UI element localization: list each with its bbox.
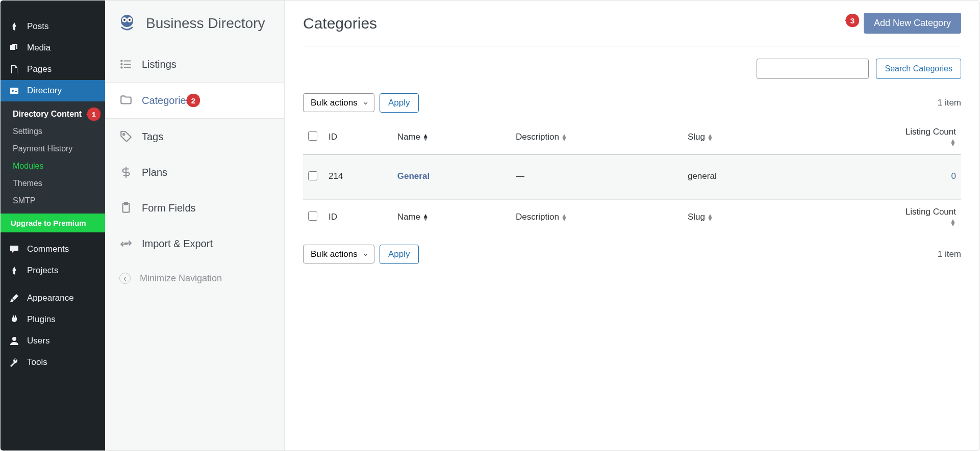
- col-listing-count[interactable]: Listing Count▲▼: [792, 120, 961, 155]
- bulk-actions-select[interactable]: Bulk actions: [303, 93, 374, 112]
- sidebar-label: Users: [27, 336, 49, 346]
- svg-point-16: [123, 134, 124, 135]
- sidebar-label: Appearance: [27, 293, 74, 303]
- subitem-smtp[interactable]: SMTP: [1, 192, 105, 209]
- sidebar-item-pages[interactable]: Pages: [1, 59, 105, 80]
- plug-icon: [9, 314, 20, 325]
- bottom-actions-row: Bulk actions Apply 1 item: [303, 245, 961, 264]
- svg-point-14: [121, 64, 122, 65]
- nav-categories[interactable]: Categories 2: [105, 82, 284, 119]
- minimize-label: Minimize Navigation: [140, 273, 222, 284]
- bd-logo-icon: [116, 13, 138, 34]
- pin-icon: [9, 21, 20, 32]
- sidebar-item-users[interactable]: Users: [1, 330, 105, 352]
- media-icon: [9, 42, 20, 54]
- nav-label: Plans: [142, 167, 167, 178]
- subitem-payment-history[interactable]: Payment History: [1, 140, 105, 157]
- nav-label: Form Fields: [142, 202, 196, 214]
- bulk-actions-select-bottom[interactable]: Bulk actions: [303, 245, 374, 263]
- apply-button[interactable]: Apply: [380, 93, 419, 113]
- select-all-checkbox-footer[interactable]: [308, 211, 317, 221]
- svg-rect-2: [15, 90, 17, 90]
- col-slug[interactable]: Slug▲▼: [683, 120, 792, 155]
- pin-icon: [9, 265, 20, 276]
- comment-icon: [9, 244, 20, 255]
- step-badge-3: 3: [846, 14, 859, 27]
- add-new-category-button[interactable]: Add New Category: [864, 13, 961, 34]
- search-row: Search Categories: [303, 59, 961, 79]
- sidebar-label: Directory: [27, 86, 62, 96]
- sidebar-item-media[interactable]: Media: [1, 37, 105, 59]
- col-id[interactable]: ID: [323, 120, 392, 155]
- minimize-nav[interactable]: ‹ Minimize Navigation: [105, 261, 284, 295]
- svg-point-8: [123, 19, 125, 21]
- bd-sidebar: Business Directory Listings Categories 2…: [105, 1, 285, 450]
- subitem-modules[interactable]: Modules: [1, 157, 105, 175]
- svg-rect-3: [15, 91, 17, 92]
- col-listing-count[interactable]: Listing Count▲▼: [792, 200, 961, 235]
- col-description[interactable]: Description▲▼: [511, 200, 683, 235]
- sidebar-label: Media: [27, 43, 51, 53]
- nav-listings[interactable]: Listings: [105, 46, 284, 82]
- svg-point-1: [12, 90, 14, 92]
- folder-icon: [119, 94, 133, 107]
- tag-icon: [119, 130, 133, 143]
- subitem-settings[interactable]: Settings: [1, 123, 105, 140]
- items-count: 1 item: [938, 98, 961, 108]
- upgrade-button[interactable]: Upgrade to Premium: [1, 214, 105, 232]
- subitem-themes[interactable]: Themes: [1, 175, 105, 192]
- list-icon: [119, 58, 133, 71]
- step-badge-2: 2: [187, 94, 200, 107]
- svg-point-15: [121, 67, 122, 68]
- sidebar-item-plugins[interactable]: Plugins: [1, 309, 105, 330]
- items-count-bottom: 1 item: [938, 249, 961, 259]
- col-name[interactable]: Name▲▼: [392, 120, 511, 155]
- nav-tags[interactable]: Tags: [105, 119, 284, 154]
- wrench-icon: [9, 357, 20, 368]
- sidebar-item-comments[interactable]: Comments: [1, 238, 105, 260]
- svg-point-9: [129, 19, 131, 21]
- search-categories-button[interactable]: Search Categories: [876, 59, 961, 79]
- select-all-checkbox[interactable]: [308, 131, 317, 141]
- wp-admin-sidebar: Posts Media Pages Directory Directory Co…: [1, 1, 105, 450]
- sidebar-label: Comments: [27, 244, 69, 254]
- sidebar-label: Projects: [27, 266, 58, 276]
- col-name[interactable]: Name▲▼: [392, 200, 511, 235]
- sidebar-label: Plugins: [27, 314, 56, 325]
- brush-icon: [9, 293, 20, 304]
- card-icon: [9, 85, 20, 96]
- nav-import-export[interactable]: Import & Export: [105, 226, 284, 261]
- cell-count-link[interactable]: 0: [951, 171, 956, 181]
- sidebar-item-directory[interactable]: Directory: [1, 80, 105, 101]
- bd-title: Business Directory: [146, 15, 265, 32]
- sidebar-item-appearance[interactable]: Appearance: [1, 287, 105, 309]
- top-actions-row: Bulk actions Apply 1 item: [303, 93, 961, 113]
- col-description[interactable]: Description▲▼: [511, 120, 683, 155]
- col-slug[interactable]: Slug▲▼: [683, 200, 792, 235]
- sidebar-item-posts[interactable]: Posts: [1, 16, 105, 37]
- transfer-icon: [119, 237, 133, 250]
- col-id[interactable]: ID: [323, 200, 392, 235]
- nav-plans[interactable]: Plans: [105, 154, 284, 190]
- categories-table: ID Name▲▼ Description▲▼ Slug▲▼ Listing C…: [303, 120, 961, 234]
- cell-name-link[interactable]: General: [397, 171, 430, 181]
- sidebar-item-tools[interactable]: Tools: [1, 352, 105, 373]
- clipboard-icon: [119, 201, 133, 215]
- nav-label: Listings: [142, 59, 177, 70]
- apply-button-bottom[interactable]: Apply: [380, 245, 419, 264]
- sidebar-item-projects[interactable]: Projects: [1, 260, 105, 281]
- nav-form-fields[interactable]: Form Fields: [105, 190, 284, 226]
- step-badge-1: 1: [87, 108, 100, 121]
- row-checkbox[interactable]: [308, 171, 317, 180]
- main-header: Categories 3 Add New Category: [303, 13, 961, 46]
- dollar-icon: [119, 166, 133, 179]
- chevron-left-icon: ‹: [119, 273, 131, 284]
- subitem-directory-content[interactable]: Directory Content 1: [1, 105, 105, 123]
- bd-header: Business Directory: [105, 1, 284, 46]
- table-row: 214 General — general 0: [303, 155, 961, 200]
- svg-point-4: [12, 337, 16, 341]
- sidebar-label: Pages: [27, 64, 52, 74]
- search-input[interactable]: [757, 59, 869, 79]
- main-content: Categories 3 Add New Category Search Cat…: [285, 1, 979, 450]
- sidebar-label: Posts: [27, 21, 49, 32]
